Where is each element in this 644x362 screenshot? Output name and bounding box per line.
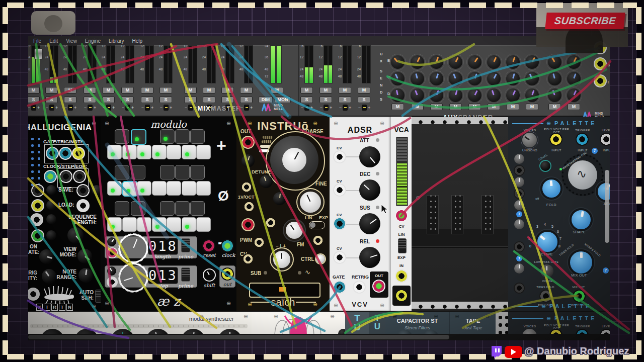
pwm-jack[interactable] [254, 237, 265, 248]
mute-button[interactable]: M [64, 87, 76, 94]
fm-knob[interactable] [286, 222, 303, 239]
mute-button[interactable]: M [84, 87, 96, 94]
aux-mute-button[interactable]: M [488, 104, 500, 110]
clock-jack[interactable] [44, 170, 57, 183]
voices-knob[interactable] [522, 133, 537, 147]
sequencer-key[interactable] [115, 201, 129, 216]
tides-fold-poly-out-jack[interactable] [539, 290, 552, 303]
jack[interactable] [28, 288, 40, 301]
pan-control[interactable]: −+ [28, 105, 42, 111]
sequencer-key[interactable] [152, 145, 167, 159]
mute-button[interactable]: M [358, 87, 370, 94]
auto-sh-switch[interactable] [95, 290, 101, 303]
mod-knob[interactable] [242, 154, 255, 167]
gate-jack[interactable] [333, 281, 346, 294]
aux-send-knob[interactable] [487, 55, 501, 69]
detune-knob[interactable] [260, 175, 273, 188]
sequencer-key[interactable] [137, 217, 151, 232]
aux-send-knob[interactable] [506, 88, 520, 102]
aux-mute-button[interactable]: M [468, 104, 481, 110]
out-jack[interactable] [395, 289, 408, 302]
aux-send-knob[interactable] [567, 88, 581, 102]
mute-button[interactable]: M [319, 87, 332, 94]
solo-button[interactable]: S [84, 97, 96, 103]
mute-button[interactable]: M [121, 87, 134, 94]
rel-knob[interactable] [359, 247, 380, 268]
clock-jack[interactable] [221, 239, 234, 252]
aux-mute-button[interactable]: M [526, 104, 538, 110]
menu-item[interactable]: Engine [85, 38, 101, 44]
poly-voct-jack[interactable] [549, 133, 562, 146]
pan-control[interactable]: −+ [337, 105, 354, 111]
in-jack[interactable] [395, 269, 408, 283]
sequencer-key[interactable] [182, 181, 196, 196]
aux-send-knob[interactable] [411, 72, 424, 85]
coarse-inner-knob[interactable] [282, 148, 306, 172]
fm-jack[interactable] [312, 235, 324, 246]
sequencer-key[interactable] [196, 217, 211, 232]
filter-knob[interactable] [396, 330, 413, 334]
rack-scrollbar-vertical[interactable] [605, 170, 609, 243]
length-knob[interactable] [119, 234, 148, 263]
pwm-amount-knob[interactable] [273, 251, 290, 268]
load-jack-2[interactable] [76, 199, 90, 212]
note-range-knob[interactable] [78, 268, 93, 283]
aux-send-knob[interactable] [567, 55, 581, 69]
aux-send-knob[interactable] [411, 88, 424, 102]
save-jack-2[interactable] [76, 184, 90, 197]
aux-output-jack[interactable] [594, 57, 607, 70]
menu-item[interactable]: File [33, 38, 41, 44]
mute-button[interactable]: M [339, 87, 351, 94]
jack-green[interactable] [31, 229, 44, 242]
sequencer-key[interactable] [196, 181, 211, 196]
sequencer-key[interactable] [196, 145, 211, 159]
aux-send-knob[interactable] [548, 88, 561, 102]
aux-send-knob[interactable] [468, 55, 481, 69]
aux-mute-button[interactable]: M [548, 104, 561, 110]
dim-button[interactable]: DIM [259, 97, 273, 103]
cv-jack[interactable] [514, 165, 525, 176]
level-jack[interactable] [600, 329, 610, 334]
sequencer-key[interactable] [175, 129, 190, 144]
gate-jack[interactable] [46, 147, 59, 160]
sequencer-key[interactable] [182, 145, 196, 159]
mini-knob[interactable] [338, 329, 345, 334]
aux-send-knob[interactable] [430, 55, 443, 69]
cv-jack[interactable] [514, 241, 525, 252]
menu-item[interactable]: View [66, 38, 77, 44]
aux-send-knob[interactable] [430, 88, 443, 102]
aux-send-knob[interactable] [525, 55, 539, 69]
tonal-button[interactable] [540, 161, 550, 171]
pan-control[interactable]: −+ [317, 105, 335, 111]
solo-button[interactable]: S [45, 97, 58, 103]
probability-knob[interactable] [42, 269, 56, 284]
trig-jack[interactable] [59, 147, 72, 160]
attenuator-knob[interactable] [514, 154, 524, 164]
mute-button[interactable]: M [184, 87, 197, 94]
solo-button[interactable]: S [339, 97, 351, 103]
twitch-icon[interactable] [489, 345, 503, 359]
aux-send-knob[interactable] [487, 88, 501, 102]
fine-knob[interactable] [300, 192, 321, 213]
sequencer-key[interactable] [107, 181, 122, 196]
aux-mute-button[interactable]: M [449, 104, 462, 110]
cv-jack[interactable] [514, 283, 525, 294]
cv-jack[interactable] [514, 188, 525, 199]
att-knob[interactable] [359, 146, 380, 167]
shift-knob[interactable] [203, 268, 216, 282]
solo-button[interactable]: S [159, 97, 172, 103]
dec-knob[interactable] [359, 179, 380, 201]
view-mode-knob[interactable] [77, 249, 92, 263]
solo-button[interactable]: S [221, 97, 234, 103]
solo-button[interactable]: S [184, 97, 197, 103]
sequencer-key[interactable] [115, 129, 129, 144]
sequencer-key[interactable] [137, 145, 151, 159]
pan-control[interactable]: −+ [119, 105, 136, 111]
mini-knob[interactable] [107, 237, 116, 246]
rate-knob[interactable] [39, 249, 54, 264]
cv-jack[interactable] [395, 209, 408, 222]
mute-button[interactable]: M [45, 87, 58, 94]
solo-button[interactable]: S [240, 97, 253, 103]
aux-mute-button[interactable]: M [391, 104, 404, 110]
sequencer-key[interactable] [107, 145, 122, 159]
